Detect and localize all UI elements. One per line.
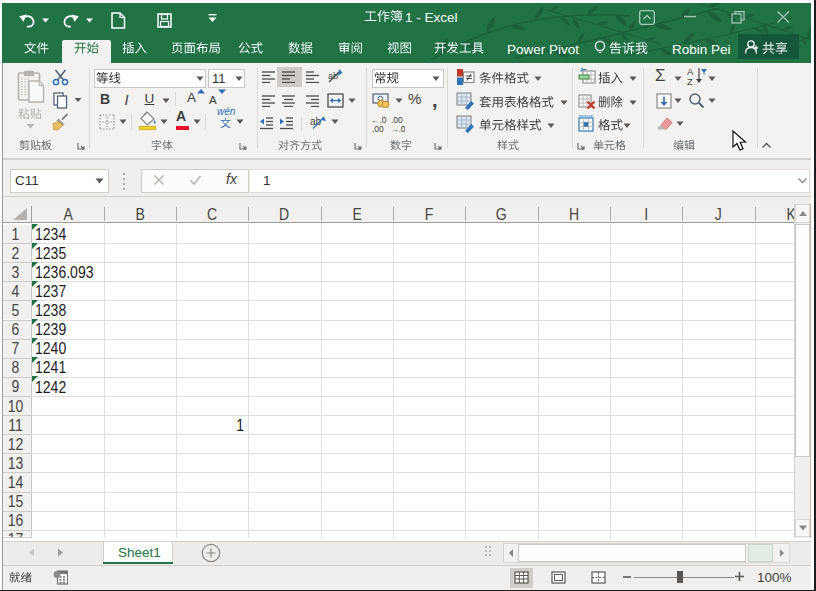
svg-text:Z: Z <box>687 76 693 86</box>
svg-text:.00: .00 <box>372 124 384 133</box>
svg-text:ab: ab <box>328 71 338 81</box>
svg-text:→.0: →.0 <box>390 124 405 133</box>
